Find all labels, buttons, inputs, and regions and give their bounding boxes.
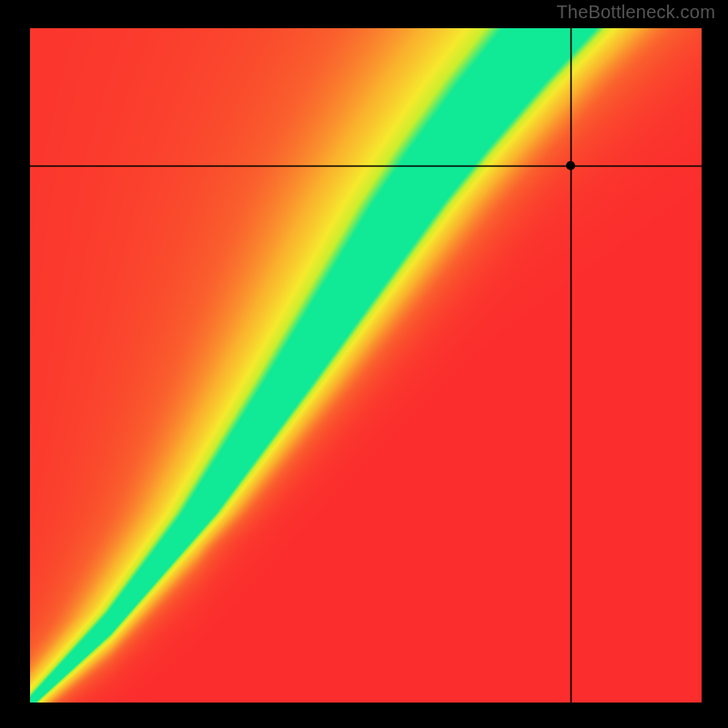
- chart-container: TheBottleneck.com: [0, 0, 728, 728]
- watermark-text: TheBottleneck.com: [556, 2, 715, 23]
- bottleneck-heatmap: [0, 0, 728, 728]
